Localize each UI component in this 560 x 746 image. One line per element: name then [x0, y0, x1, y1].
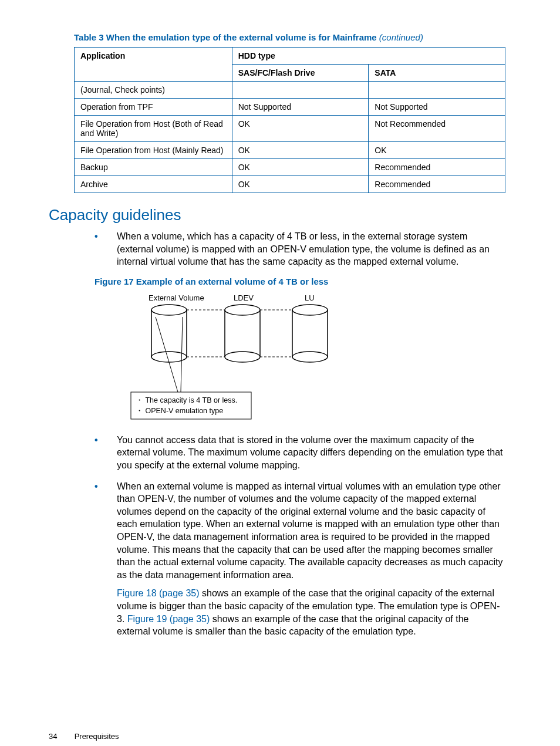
cell-c2: Recommended [369, 159, 505, 176]
table-caption-text: Table 3 When the emulation type of the e… [74, 32, 377, 42]
list-item: You cannot access data that is stored in… [95, 434, 504, 472]
list-item: When an external volume is mapped as int… [95, 480, 504, 638]
cell-c1: OK [232, 142, 369, 159]
figure-note-2: ・ OPEN-V emulation type [136, 407, 223, 415]
bullet-list: When a volume, which has a capacity of 4… [95, 230, 504, 268]
list-item: When a volume, which has a capacity of 4… [95, 230, 504, 268]
link-figure-18[interactable]: Figure 18 (page 35) [117, 588, 200, 598]
svg-point-7 [225, 352, 260, 362]
cell-c1: Not Supported [232, 99, 369, 116]
cell-app: Backup [75, 159, 232, 176]
figure-note-1: ・ The capacity is 4 TB or less. [136, 396, 237, 404]
col-header-sas: SAS/FC/Flash Drive [232, 65, 369, 82]
section-heading: Capacity guidelines [49, 206, 504, 224]
cell-app: Operation from TPF [75, 99, 232, 116]
cell-c2: Not Supported [369, 99, 505, 116]
table-caption: Table 3 When the emulation type of the e… [74, 32, 504, 42]
bullet-text: You cannot access data that is stored in… [117, 435, 503, 470]
cell-c1: OK [232, 176, 369, 193]
cell-app: (Journal, Check points) [75, 82, 232, 99]
page-footer: 34 Prerequisites [49, 732, 504, 741]
cell-c2: Not Recommended [369, 116, 505, 142]
figure-diagram: External Volume LDEV LU [125, 292, 360, 424]
svg-point-8 [292, 305, 328, 315]
label-lu: LU [305, 293, 315, 302]
table-caption-continued: (continued) [379, 32, 423, 42]
page: Table 3 When the emulation type of the e… [0, 0, 560, 746]
table-row: Operation from TPF Not Supported Not Sup… [75, 99, 505, 116]
cell-app: File Operation from Host (Both of Read a… [75, 116, 232, 142]
table-row: Backup OK Recommended [75, 159, 505, 176]
table-header-row-1: Application HDD type [75, 48, 505, 65]
col-header-sata: SATA [369, 65, 505, 82]
footer-section: Prerequisites [75, 732, 119, 741]
table-row: File Operation from Host (Mainly Read) O… [75, 142, 505, 159]
col-header-hdd: HDD type [232, 48, 505, 65]
cell-c2: OK [369, 142, 505, 159]
bullet-paragraph: Figure 18 (page 35) shows an example of … [117, 587, 504, 637]
label-ldev: LDEV [234, 293, 254, 302]
label-external-volume: External Volume [149, 293, 204, 302]
cell-app: File Operation from Host (Mainly Read) [75, 142, 232, 159]
page-number: 34 [49, 732, 72, 741]
cell-c1: OK [232, 116, 369, 142]
col-header-application: Application [75, 48, 232, 82]
svg-point-11 [292, 352, 328, 362]
figure-17: External Volume LDEV LU [125, 292, 504, 424]
bullet-text: When a volume, which has a capacity of 4… [117, 231, 490, 266]
cell-c2 [369, 82, 505, 99]
cell-app: Archive [75, 176, 232, 193]
link-figure-19[interactable]: Figure 19 (page 35) [127, 614, 210, 624]
table-row: Archive OK Recommended [75, 176, 505, 193]
table-row: (Journal, Check points) [75, 82, 505, 99]
cell-c1 [232, 82, 369, 99]
bullet-list: You cannot access data that is stored in… [95, 434, 504, 638]
bullet-text: When an external volume is mapped as int… [117, 481, 503, 580]
mainframe-emulation-table: Application HDD type SAS/FC/Flash Drive … [74, 47, 505, 193]
table-row: File Operation from Host (Both of Read a… [75, 116, 505, 142]
svg-point-4 [225, 305, 260, 315]
cell-c2: Recommended [369, 176, 505, 193]
figure-caption: Figure 17 Example of an external volume … [95, 276, 504, 286]
svg-point-0 [151, 305, 187, 315]
cell-c1: OK [232, 159, 369, 176]
